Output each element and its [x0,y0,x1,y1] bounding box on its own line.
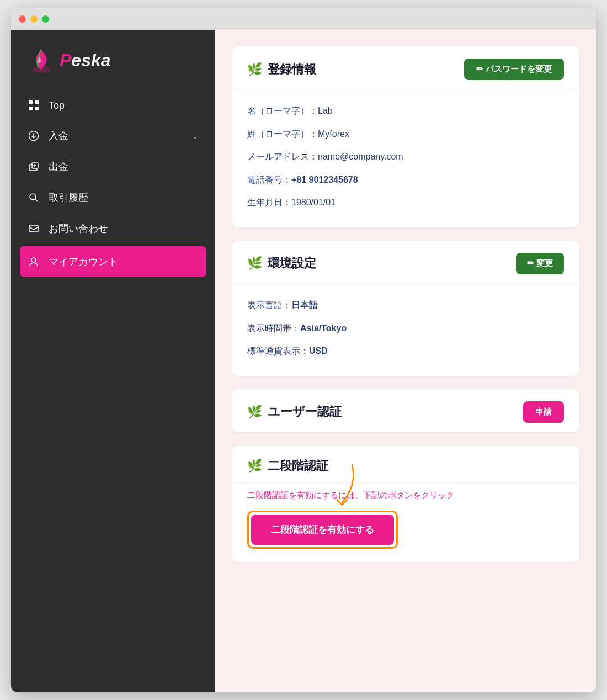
first-name-row: 名（ローマ字）：Lab [247,99,564,123]
settings-card: 🌿 環境設定 ✏ 変更 表示言語：日本語 表示時間帯：Asia/Tokyo 標準… [232,241,579,376]
sidebar-item-deposit-label: 入金 [49,129,68,142]
phone-row: 電話番号：+81 9012345678 [247,168,564,192]
search-icon [28,192,40,204]
leaf-icon-auth: 🌿 [247,405,262,419]
sidebar-item-contact[interactable]: お問い合わせ [11,213,215,244]
sidebar-item-deposit[interactable]: 入金 ⌄ [11,120,215,151]
settings-change-button[interactable]: ✏ 変更 [516,253,564,274]
two-factor-btn-wrapper: 二段階認証を有効にする [232,504,579,562]
nav-items: Top 入金 ⌄ 出金 [11,85,215,692]
sidebar: Peska Top 入金 ⌄ [11,30,215,692]
two-factor-header: 🌿 二段階認証 [232,446,579,484]
main-content: 🌿 登録情報 ✏ パスワードを変更 名（ローマ字）：Lab 姓（ローマ字）：My… [215,30,596,692]
timezone-row: 表示時間帯：Asia/Tokyo [247,317,564,340]
sidebar-item-myaccount-label: マイアカウント [49,255,118,268]
person-icon [28,256,40,268]
sidebar-item-top-label: Top [49,100,65,112]
two-factor-title: 🌿 二段階認証 [247,458,328,474]
minimize-button[interactable] [30,15,38,23]
user-auth-title: 🌿 ユーザー認証 [247,404,342,420]
svg-rect-3 [29,107,33,110]
sidebar-item-history-label: 取引履歴 [49,191,88,204]
logo-icon [28,46,55,74]
sidebar-item-history[interactable]: 取引履歴 [11,182,215,213]
grid-icon [28,99,40,112]
sidebar-item-contact-label: お問い合わせ [49,222,108,235]
svg-point-7 [30,194,36,200]
sidebar-item-withdraw[interactable]: 出金 [11,151,215,182]
logo-area: Peska [11,30,215,85]
sidebar-item-top[interactable]: Top [11,91,215,120]
svg-rect-4 [35,107,39,110]
currency-row: 標準通貨表示：USD [247,340,564,363]
logo-text: Peska [60,50,111,71]
fullscreen-button[interactable] [42,15,49,23]
app-body: Peska Top 入金 ⌄ [11,30,596,692]
dob-row: 生年月日：1980/01/01 [247,191,564,214]
change-password-button[interactable]: ✏ パスワードを変更 [464,59,564,80]
two-factor-card: 🌿 二段階認証 二段階認証を有効にするには、下記のボタンをクリック 二段階認証を… [232,446,579,562]
svg-rect-8 [29,225,38,232]
two-factor-note: 二段階認証を有効にするには、下記のボタンをクリック [232,484,579,504]
svg-point-9 [31,258,36,262]
sidebar-item-withdraw-label: 出金 [49,160,68,173]
svg-rect-1 [29,100,33,104]
withdraw-icon [28,161,40,173]
registration-card: 🌿 登録情報 ✏ パスワードを変更 名（ローマ字）：Lab 姓（ローマ字）：My… [232,46,579,227]
settings-title: 🌿 環境設定 [247,255,316,272]
close-button[interactable] [19,15,26,23]
leaf-icon-settings: 🌿 [247,256,262,271]
user-auth-card: 🌿 ユーザー認証 申請 [232,389,579,432]
registration-title: 🌿 登録情報 [247,61,316,78]
app-window: Peska Top 入金 ⌄ [11,8,596,692]
lang-row: 表示言語：日本語 [247,294,564,317]
mail-icon [28,222,40,235]
enable-2fa-wrapper: 二段階認証を有効にする [247,511,398,549]
svg-rect-2 [35,100,39,104]
last-name-row: 姓（ローマ字）：Myforex [247,123,564,146]
leaf-icon-registration: 🌿 [247,62,262,77]
leaf-icon-2fa: 🌿 [247,459,262,473]
chevron-down-icon: ⌄ [192,131,199,140]
user-auth-header: 🌿 ユーザー認証 申請 [232,389,579,432]
arrow-annotation [320,460,364,515]
email-row: メールアドレス：name@company.com [247,145,564,168]
deposit-icon [28,130,40,142]
titlebar [11,8,596,30]
sidebar-item-myaccount[interactable]: マイアカウント [20,246,206,277]
registration-header: 🌿 登録情報 ✏ パスワードを変更 [232,46,579,89]
settings-header: 🌿 環境設定 ✏ 変更 [232,241,579,284]
user-auth-apply-button[interactable]: 申請 [523,401,564,423]
settings-body: 表示言語：日本語 表示時間帯：Asia/Tokyo 標準通貨表示：USD [232,284,579,376]
enable-2fa-button[interactable]: 二段階認証を有効にする [251,515,394,545]
registration-body: 名（ローマ字）：Lab 姓（ローマ字）：Myforex メールアドレス：name… [232,89,579,227]
